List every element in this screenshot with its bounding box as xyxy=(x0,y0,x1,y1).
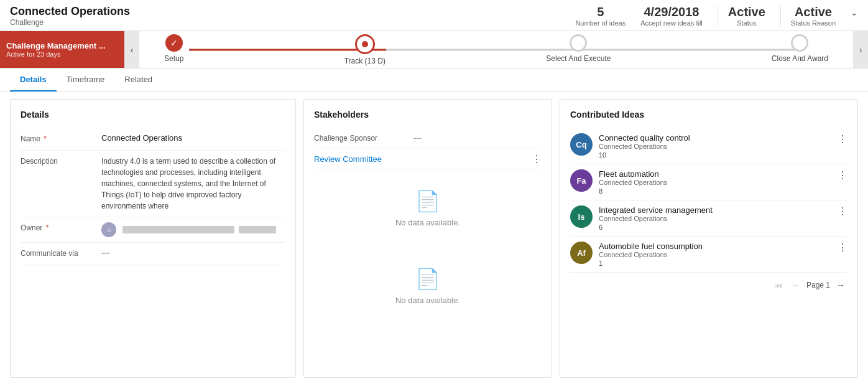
idea-info: Integrated service management Connected … xyxy=(599,205,831,231)
stage-track-circle xyxy=(355,34,375,54)
field-name-label: Name * xyxy=(21,133,101,143)
owner-name-blur xyxy=(122,226,234,233)
sponsor-label: Challenge Sponsor xyxy=(314,134,413,143)
header-left: Connected Operations Challenge xyxy=(10,5,130,27)
idea-count: 6 xyxy=(599,223,831,231)
idea-more-button[interactable]: ⋮ xyxy=(838,205,847,217)
stage-select-execute-label: Select And Execute xyxy=(546,54,611,63)
idea-more-button[interactable]: ⋮ xyxy=(838,169,847,181)
idea-row[interactable]: Af Automobile fuel consumption Connected… xyxy=(570,237,847,273)
ideas-panel-title: Contributed Ideas xyxy=(570,110,847,120)
idea-more-button[interactable]: ⋮ xyxy=(838,242,847,253)
stage-nav-left-button[interactable]: ‹ xyxy=(124,31,139,68)
committee-more-button[interactable]: ⋮ xyxy=(532,153,542,165)
main-content: Details Name * Connected Operations Desc… xyxy=(0,92,868,381)
idea-count: 10 xyxy=(599,151,831,159)
details-panel: Details Name * Connected Operations Desc… xyxy=(10,99,296,378)
idea-row[interactable]: Fa Fleet automation Connected Operations… xyxy=(570,164,847,200)
stage-close-award-label: Close And Award xyxy=(772,54,828,63)
idea-sub: Connected Operations xyxy=(599,179,831,186)
field-owner-label: Owner * xyxy=(21,222,101,232)
app-title: Connected Operations xyxy=(10,5,130,18)
stage-track[interactable]: Track (13 D) xyxy=(344,34,386,65)
stat-reason-value: Active xyxy=(791,5,836,19)
field-description: Description Industry 4.0 is a term used … xyxy=(21,151,285,217)
challenge-pill-title: Challenge Management ... xyxy=(6,41,118,50)
stat-ideas-label: Number of ideas xyxy=(575,19,626,27)
idea-avatar: Is xyxy=(570,205,593,228)
stat-status-value: Active xyxy=(728,5,765,19)
sponsor-no-data: 📄 No data available. xyxy=(314,247,542,325)
field-name: Name * Connected Operations xyxy=(21,128,285,151)
challenge-pill[interactable]: Challenge Management ... Active for 23 d… xyxy=(0,31,124,68)
idea-avatar: Cq xyxy=(570,133,593,156)
field-name-value: Connected Operations xyxy=(101,133,285,143)
stage-close-award-circle xyxy=(791,34,808,52)
stat-date-label: Accept new ideas till xyxy=(640,19,703,27)
stage-nav-right-button[interactable]: › xyxy=(853,31,868,68)
stat-status-label: Status xyxy=(728,19,765,27)
sponsor-value: --- xyxy=(413,133,542,143)
pagination: ⏮ ← Page 1 → xyxy=(570,273,847,291)
pagination-first-button[interactable]: ⏮ xyxy=(772,279,785,291)
committee-no-data-text: No data available. xyxy=(395,218,460,227)
stage-setup-circle: ✓ xyxy=(165,34,183,52)
idea-sub: Connected Operations xyxy=(599,215,831,222)
stakeholders-panel-title: Stakeholders xyxy=(314,110,542,120)
ideas-panel: Contributed Ideas Cq Connected quality c… xyxy=(560,99,858,378)
stat-reason-label: Status Reason xyxy=(791,19,836,27)
stat-reason: Active Status Reason xyxy=(780,5,836,27)
stage-select-execute[interactable]: Select And Execute xyxy=(546,34,611,65)
stage-setup-label: Setup xyxy=(164,54,183,63)
field-name-required: * xyxy=(44,134,47,143)
field-communicate: Communicate via --- xyxy=(21,243,285,265)
idea-row[interactable]: Is Integrated service management Connect… xyxy=(570,200,847,237)
field-description-value: Industry 4.0 is a term used to describe … xyxy=(101,156,285,212)
field-communicate-label: Communicate via xyxy=(21,248,101,258)
header-right: 5 Number of ideas 4/29/2018 Accept new i… xyxy=(575,5,858,27)
ideas-list: Cq Connected quality control Connected O… xyxy=(570,128,847,273)
idea-count: 1 xyxy=(599,260,831,267)
field-owner: Owner * ☺ xyxy=(21,217,285,243)
idea-title: Fleet automation xyxy=(599,169,831,179)
stage-close-award[interactable]: Close And Award xyxy=(772,34,828,65)
idea-title: Connected quality control xyxy=(599,133,831,143)
idea-avatar: Af xyxy=(570,242,593,264)
pagination-next-button[interactable]: → xyxy=(834,279,847,291)
idea-info: Automobile fuel consumption Connected Op… xyxy=(599,242,831,267)
stat-ideas-value: 5 xyxy=(575,5,626,19)
sponsor-no-data-text: No data available. xyxy=(395,296,460,305)
idea-sub: Connected Operations xyxy=(599,143,831,150)
stakeholders-panel: Stakeholders Challenge Sponsor --- Revie… xyxy=(303,99,552,378)
app-subtitle: Challenge xyxy=(10,18,130,27)
tabs-bar: Details Timeframe Related xyxy=(0,68,868,92)
pagination-prev-button[interactable]: ← xyxy=(789,279,803,291)
tab-timeframe[interactable]: Timeframe xyxy=(57,68,115,92)
stat-date: 4/29/2018 Accept new ideas till xyxy=(640,5,703,27)
committee-section-header: Review Committee ⋮ xyxy=(314,148,542,169)
challenge-pill-subtitle: Active for 23 days xyxy=(6,50,118,58)
stages-list: ✓ Setup Track (13 D) Select And Execute … xyxy=(164,34,828,65)
field-owner-value: ☺ xyxy=(101,222,285,237)
sponsor-row: Challenge Sponsor --- xyxy=(314,128,542,148)
field-owner-required: * xyxy=(46,223,49,232)
idea-more-button[interactable]: ⋮ xyxy=(838,133,847,145)
tab-related[interactable]: Related xyxy=(114,68,162,92)
app-header: Connected Operations Challenge 5 Number … xyxy=(0,0,868,31)
tab-details[interactable]: Details xyxy=(10,68,57,92)
idea-sub: Connected Operations xyxy=(599,251,831,258)
idea-title: Integrated service management xyxy=(599,205,831,215)
details-panel-title: Details xyxy=(21,110,285,120)
owner-name-blur2 xyxy=(239,226,276,233)
sponsor-no-data-icon: 📄 xyxy=(415,267,440,291)
stage-setup[interactable]: ✓ Setup xyxy=(164,34,183,65)
stage-select-execute-circle xyxy=(570,34,587,52)
committee-label: Review Committee xyxy=(314,154,382,164)
idea-count: 8 xyxy=(599,187,831,195)
committee-no-data: 📄 No data available. xyxy=(314,169,542,247)
header-chevron-button[interactable]: ⌄ xyxy=(851,7,858,17)
pagination-page-label: Page 1 xyxy=(806,281,830,289)
field-description-label: Description xyxy=(21,156,101,166)
idea-avatar: Fa xyxy=(570,169,593,192)
idea-row[interactable]: Cq Connected quality control Connected O… xyxy=(570,128,847,164)
